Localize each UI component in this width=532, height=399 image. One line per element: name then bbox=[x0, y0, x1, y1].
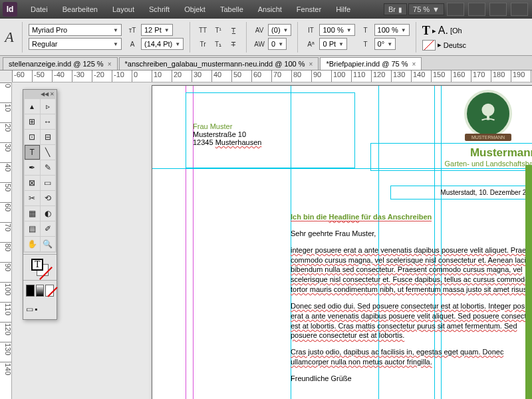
bridge-button[interactable]: Br ▮ bbox=[384, 3, 407, 15]
font-size-input[interactable]: 12 Pt▼ bbox=[141, 24, 173, 36]
type-tool[interactable]: T bbox=[25, 145, 40, 160]
eyedropper-tool[interactable]: ✐ bbox=[41, 221, 56, 236]
text-stroke-icon[interactable] bbox=[422, 40, 436, 51]
skew-icon: T bbox=[359, 38, 372, 50]
apply-color[interactable] bbox=[26, 285, 35, 297]
gradient-swatch-tool[interactable]: ▦ bbox=[25, 206, 40, 221]
document-tabs: stellenanzeige.indd @ 125 %× *anschreibe… bbox=[0, 56, 532, 70]
font-family-dropdown[interactable]: Myriad Pro▼ bbox=[29, 24, 122, 36]
kerning-icon: AV bbox=[253, 24, 266, 36]
page[interactable]: Frau Muster Musterstraße 10 12345 Muster… bbox=[152, 85, 532, 399]
paragraph-2: Donec sed odio dui. Sed posuere consecte… bbox=[291, 301, 532, 340]
menu-bearbeiten[interactable]: Bearbeiten bbox=[56, 3, 104, 16]
paragraph-1: integer posuere erat a ante venenatis da… bbox=[291, 245, 532, 295]
greeting: Sehr geehrte Frau Muster, bbox=[291, 229, 532, 239]
zoom-tool[interactable]: 🔍 bbox=[41, 237, 56, 251]
hscale-input[interactable]: 100 %▼ bbox=[374, 24, 410, 36]
menu-schrift[interactable]: Schrift bbox=[142, 3, 176, 16]
preview-mode[interactable]: ▪ bbox=[35, 302, 37, 317]
skew-input[interactable]: 0°▼ bbox=[374, 38, 396, 50]
logo-circle bbox=[464, 90, 512, 138]
note-tool[interactable]: ▤ bbox=[25, 221, 40, 236]
tab-briefpapier[interactable]: *Briefpapier.indd @ 75 %× bbox=[320, 57, 422, 70]
close-icon[interactable]: × bbox=[309, 61, 313, 68]
company-name: Mustermann bbox=[376, 146, 532, 160]
fill-stroke-swatch[interactable]: T bbox=[31, 259, 49, 276]
view-mode-3[interactable] bbox=[489, 3, 507, 16]
address-frame[interactable]: Frau Muster Musterstraße 10 12345 Muster… bbox=[186, 92, 355, 168]
gradient-feather-tool[interactable]: ◐ bbox=[41, 206, 56, 221]
control-panel: A Myriad Pro▼ Regular▼ тT12 Pt▼ A͏(14,4 … bbox=[0, 19, 532, 56]
baseline-input[interactable]: 0 Pt▼ bbox=[319, 38, 347, 50]
selection-tool[interactable]: ▴ bbox=[25, 99, 40, 114]
vscale-icon: IT bbox=[304, 24, 317, 36]
hscale-icon: T bbox=[359, 24, 372, 36]
close-icon[interactable]: × bbox=[108, 61, 112, 68]
app-icon: Id bbox=[3, 2, 17, 17]
menu-datei[interactable]: Datei bbox=[24, 3, 55, 16]
logo: MUSTERMANN bbox=[446, 90, 530, 150]
vertical-ruler[interactable]: 0102030405060708090100110120130140 bbox=[0, 82, 12, 399]
view-mode-1[interactable] bbox=[447, 3, 464, 16]
menu-tabelle[interactable]: Tabelle bbox=[213, 3, 250, 16]
free-transform-tool[interactable]: ⟲ bbox=[41, 191, 56, 205]
vscale-input[interactable]: 100 %▼ bbox=[319, 24, 354, 36]
scissors-tool[interactable]: ✂ bbox=[25, 191, 40, 205]
menu-layout[interactable]: Layout bbox=[106, 3, 141, 16]
tracking-input[interactable]: 0▼ bbox=[268, 38, 287, 50]
apply-gradient[interactable] bbox=[36, 285, 45, 297]
headline: Ich bin die Headline für das Anschreiben bbox=[291, 213, 432, 221]
language-dropdown[interactable]: Deutsc bbox=[444, 41, 466, 49]
leading-input[interactable]: (14,4 Pt)▼ bbox=[141, 38, 184, 50]
menu-ansicht[interactable]: Ansicht bbox=[251, 3, 289, 16]
smallcaps-button[interactable]: Tr bbox=[196, 38, 209, 50]
strikethrough-button[interactable]: T̶ bbox=[227, 38, 240, 50]
pencil-tool[interactable]: ✎ bbox=[41, 160, 56, 175]
menu-hilfe[interactable]: Hilfe bbox=[329, 3, 357, 16]
tracking-icon: AW bbox=[253, 38, 266, 50]
char-format-icon[interactable]: A bbox=[3, 22, 16, 53]
paragraph-3: Cras justo odio, dapibus ac facilisis in… bbox=[291, 347, 532, 367]
menu-fenster[interactable]: Fenster bbox=[290, 3, 328, 16]
content-collector-tool[interactable]: ⊡ bbox=[25, 130, 40, 144]
menu-bar: Id Datei Bearbeiten Layout Schrift Objek… bbox=[0, 0, 532, 19]
pen-tool[interactable]: ✒ bbox=[25, 160, 40, 175]
close-icon[interactable]: × bbox=[412, 61, 416, 68]
rectangle-tool[interactable]: ▭ bbox=[41, 176, 56, 190]
document-canvas[interactable]: Frau Muster Musterstraße 10 12345 Muster… bbox=[12, 82, 532, 399]
subscript-button[interactable]: T₁ bbox=[211, 38, 225, 50]
horizontal-ruler[interactable]: -60-50-40-30-20-100102030405060708090100… bbox=[12, 70, 532, 82]
recipient-city: 12345 Musterhausen bbox=[193, 138, 348, 146]
date-frame[interactable]: Musterstadt, 10. Dezember 2012 bbox=[390, 186, 532, 200]
line-tool[interactable]: ╲ bbox=[41, 145, 56, 160]
rectangle-frame-tool[interactable]: ⊠ bbox=[25, 176, 40, 190]
tab-stellenanzeige[interactable]: stellenanzeige.indd @ 125 %× bbox=[3, 57, 118, 70]
zoom-dropdown[interactable]: 75 % ▼ bbox=[408, 3, 444, 15]
font-size-icon: тT bbox=[126, 24, 139, 36]
color-mode-row[interactable] bbox=[23, 282, 57, 299]
content-placer-tool[interactable]: ⊟ bbox=[41, 130, 56, 144]
view-mode-2[interactable] bbox=[468, 3, 485, 16]
gap-tool[interactable]: ↔ bbox=[41, 114, 56, 129]
allcaps-button[interactable]: TT bbox=[196, 24, 209, 36]
char-style-label: [Oh bbox=[450, 27, 462, 35]
underline-button[interactable]: T̲ bbox=[227, 24, 240, 36]
screen-mode[interactable] bbox=[511, 3, 528, 16]
char-style-icon[interactable]: A. bbox=[438, 25, 448, 37]
superscript-button[interactable]: T¹ bbox=[211, 24, 225, 36]
hand-tool[interactable]: ✋ bbox=[25, 237, 40, 251]
text-fill-icon[interactable]: T bbox=[422, 24, 430, 38]
body-text-frame[interactable]: Ich bin die Headline für das Anschreiben… bbox=[291, 212, 532, 390]
tools-panel[interactable]: ◀◀ ✕ ▴ ▹ ⊞ ↔ ⊡ ⊟ T ╲ ✒ ✎ ⊠ ▭ ✂ ⟲ ▦ ◐ ▤ ✐… bbox=[23, 89, 57, 320]
apply-none[interactable] bbox=[45, 285, 54, 297]
normal-view-mode[interactable]: ▭ bbox=[26, 302, 33, 317]
tab-anschreiben[interactable]: *anschreiben_galabau_mustermann-neu.indd… bbox=[119, 57, 319, 70]
company-frame[interactable]: Mustermann Garten- und Landschaftsbau bbox=[370, 143, 532, 171]
direct-selection-tool[interactable]: ▹ bbox=[41, 99, 56, 114]
panel-header[interactable]: ◀◀ ✕ bbox=[23, 90, 57, 98]
font-style-dropdown[interactable]: Regular▼ bbox=[29, 38, 122, 50]
menu-objekt[interactable]: Objekt bbox=[178, 3, 212, 16]
page-tool[interactable]: ⊞ bbox=[25, 114, 40, 129]
kerning-input[interactable]: (0)▼ bbox=[268, 24, 291, 36]
paragraph-4: Freundliche Grüße bbox=[291, 374, 532, 384]
